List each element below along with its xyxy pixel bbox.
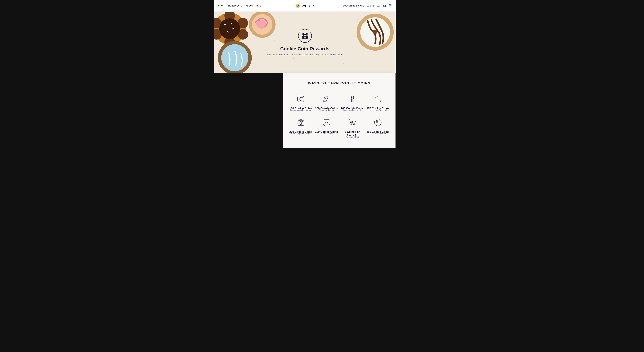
cookie-icon <box>374 118 382 127</box>
reward-desc-account: Create an account <box>366 132 389 135</box>
svg-point-47 <box>352 122 353 123</box>
reward-icon-instagram <box>295 93 306 104</box>
svg-point-15 <box>219 18 240 39</box>
reward-desc-order: Place an order <box>341 136 364 138</box>
search-button[interactable] <box>389 4 392 7</box>
hero-content: Cookie Coin Rewards Earn points redeemab… <box>267 29 343 56</box>
nav-login[interactable]: LOG IN <box>366 5 374 7</box>
svg-rect-35 <box>304 35 306 36</box>
svg-point-1 <box>296 5 297 6</box>
svg-point-48 <box>351 121 352 122</box>
search-icon <box>389 4 392 7</box>
svg-point-45 <box>351 124 352 125</box>
reward-desc-facebook-share: Share on Facebook <box>341 109 364 111</box>
reward-icon-cart <box>347 117 358 128</box>
reward-instagram: 100 Cookie Coins Follow us on Instagram <box>289 93 312 111</box>
cookie-bone-icon <box>298 29 312 43</box>
nav-cart[interactable]: CART (0) <box>377 5 386 7</box>
twitter-icon <box>322 95 331 103</box>
svg-point-42 <box>300 122 302 124</box>
rewards-card: WAYS TO EARN COOKIE COINS 100 Cookie Coi… <box>283 73 396 148</box>
side-dark-panel <box>214 73 283 148</box>
svg-point-51 <box>352 122 353 123</box>
hero-section: ♥ ♥ ♥ ♥ ♥ ♥ ♥ ♥ ♥ ♥ ♥ ♥ ♥ ♥ ♥ ♥ <box>214 12 396 73</box>
camera-icon <box>296 118 305 127</box>
reward-facebook-like: 150 Cookie Coins Like us on Facebook <box>366 93 389 111</box>
nav-right: SUBSCRIBE & SAVE LOG IN CART (0) <box>343 4 392 7</box>
reward-icon-twitter <box>321 93 332 104</box>
reward-icon-facebook <box>347 93 358 104</box>
svg-point-38 <box>302 97 303 97</box>
heart-message-icon <box>322 118 331 127</box>
svg-point-5 <box>297 6 298 6</box>
svg-rect-33 <box>303 33 307 34</box>
svg-rect-44 <box>323 120 330 125</box>
bottom-area: WAYS TO EARN COOKIE COINS 100 Cookie Coi… <box>214 73 396 148</box>
reward-icon-cookie <box>372 117 383 128</box>
reward-icon-thumbsup <box>372 93 383 104</box>
cart-icon <box>348 118 357 127</box>
instagram-icon <box>296 95 305 103</box>
svg-point-26 <box>221 44 248 71</box>
svg-point-49 <box>352 121 353 122</box>
rewards-grid: 100 Cookie Coins Follow us on Instagram … <box>289 93 389 138</box>
nav-about[interactable]: ABOUT <box>246 5 253 7</box>
site-logo[interactable]: wufers <box>294 3 316 9</box>
facebook-icon <box>348 95 357 103</box>
logo-text: wufers <box>302 3 316 8</box>
svg-point-46 <box>354 124 354 125</box>
nav-subscribe[interactable]: SUBSCRIBE & SAVE <box>343 5 364 7</box>
reward-create-account: 200 Cookie Coins Create an account <box>366 117 389 138</box>
svg-point-41 <box>299 122 302 125</box>
site-header: SHOP INGREDIENTS ABOUT INFO <box>214 0 396 12</box>
reward-icon-heart-message <box>321 117 332 128</box>
reward-desc-facebook-like: Like us on Facebook <box>366 109 389 111</box>
svg-rect-31 <box>302 35 304 36</box>
bone-svg-icon <box>301 32 309 40</box>
svg-point-2 <box>298 5 299 6</box>
nav-left: SHOP INGREDIENTS ABOUT INFO <box>218 5 262 7</box>
reward-twitter: 100 Cookie Coins Share on Twitter <box>315 93 338 111</box>
reward-desc-instagram: Follow us on Instagram <box>290 109 312 111</box>
svg-rect-32 <box>306 35 308 36</box>
nav-ingredients[interactable]: INGREDIENTS <box>228 5 242 7</box>
svg-line-7 <box>390 6 391 6</box>
hero-subtitle: Earn points redeemable for exclusive dis… <box>267 53 343 56</box>
reward-desc-photo: Submit a photo review <box>290 132 312 135</box>
svg-rect-39 <box>375 99 377 102</box>
main-container: SHOP INGREDIENTS ABOUT INFO <box>214 0 396 148</box>
svg-point-37 <box>299 97 302 100</box>
thumbsup-icon <box>374 95 382 103</box>
reward-facebook-share: 100 Cookie Coins Share on Facebook <box>341 93 364 111</box>
nav-info[interactable]: INFO <box>256 5 262 7</box>
svg-point-50 <box>351 122 352 123</box>
reward-write-review: 200 Cookie Coins Write a review <box>315 117 338 138</box>
reward-icon-camera <box>295 117 306 128</box>
svg-point-52 <box>374 119 381 126</box>
svg-point-24 <box>373 29 377 34</box>
reward-place-order: 2 Coins For Every $1 Place an order <box>341 117 364 138</box>
nav-shop[interactable]: SHOP <box>218 5 224 7</box>
svg-point-43 <box>302 121 303 122</box>
dog-logo-icon <box>294 3 301 9</box>
rewards-section-title: WAYS TO EARN COOKIE COINS <box>289 81 389 85</box>
svg-rect-34 <box>303 37 307 39</box>
hero-title: Cookie Coin Rewards <box>267 46 343 52</box>
reward-photo-review: 200 Cookie Coins Submit a photo review <box>289 117 312 138</box>
svg-point-6 <box>389 4 391 6</box>
